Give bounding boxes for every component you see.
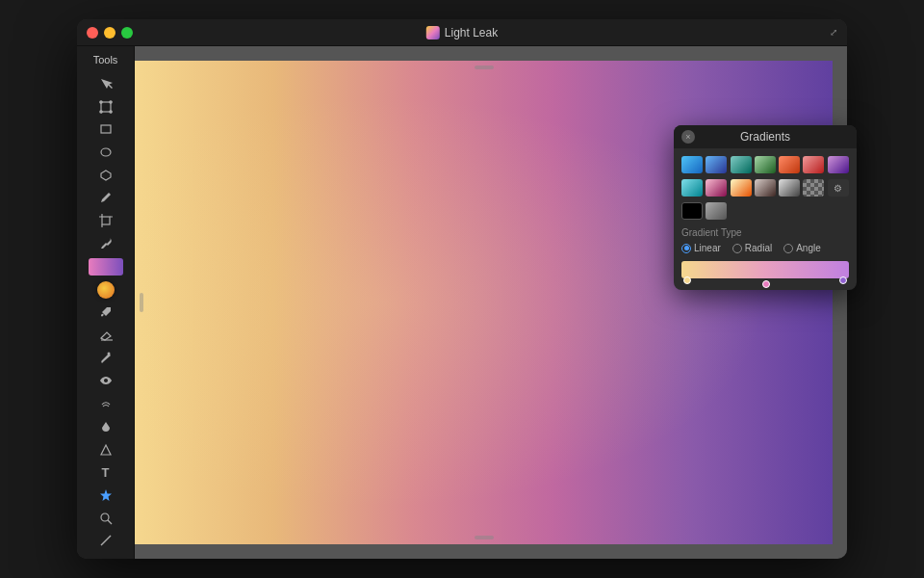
swatches-grid-row2: ⚙ [681, 179, 849, 197]
panel-body: ⚙ Gradient Type Linear Radial Angle [674, 148, 857, 290]
tool-zoom[interactable] [89, 508, 123, 529]
radio-linear-label: Linear [694, 243, 721, 253]
svg-point-6 [101, 148, 111, 156]
swatch-6[interactable] [803, 156, 824, 173]
stop-right[interactable] [839, 276, 847, 284]
swatches-row3 [681, 202, 849, 220]
tool-brush[interactable] [89, 348, 123, 369]
svg-marker-16 [100, 489, 112, 501]
svg-point-17 [101, 513, 109, 521]
tool-polygon[interactable] [89, 165, 123, 186]
svg-point-1 [99, 100, 101, 102]
svg-marker-15 [101, 445, 111, 455]
tool-line[interactable] [89, 530, 123, 551]
tool-star[interactable] [89, 485, 123, 506]
svg-point-4 [109, 110, 111, 112]
gradient-type-row: Linear Radial Angle [681, 243, 849, 253]
radio-angle-label: Angle [796, 243, 821, 253]
window-controls [87, 27, 133, 39]
radio-radial[interactable]: Radial [732, 243, 772, 253]
tool-smudge[interactable] [89, 393, 123, 414]
swatch-settings[interactable]: ⚙ [828, 179, 849, 197]
resize-handle-bottom[interactable] [475, 536, 494, 539]
panel-title: Gradients [740, 130, 790, 144]
tool-ellipse[interactable] [89, 142, 123, 163]
tool-text[interactable]: T [89, 461, 123, 483]
swatch-checker2[interactable] [730, 202, 751, 220]
gradient-bar-stops [681, 276, 849, 284]
stop-mid[interactable] [762, 280, 770, 288]
swatch-9[interactable] [706, 179, 727, 197]
svg-point-14 [107, 352, 110, 355]
tool-transform[interactable] [89, 96, 123, 118]
swatch-checker[interactable] [803, 179, 824, 197]
swatch-11[interactable] [755, 179, 776, 197]
radio-linear-circle[interactable] [681, 244, 691, 253]
tool-crop[interactable] [89, 210, 123, 231]
svg-marker-7 [101, 171, 111, 180]
content-area: Tools [77, 46, 847, 559]
swatch-1[interactable] [681, 156, 703, 173]
tool-select[interactable] [89, 73, 123, 94]
tool-pen[interactable] [89, 187, 123, 208]
panel-close-button[interactable]: × [681, 130, 695, 144]
tool-paint[interactable] [89, 302, 123, 324]
radio-linear[interactable]: Linear [681, 243, 721, 253]
title-bar: Light Leak ⤢ [77, 19, 847, 46]
svg-rect-8 [102, 217, 110, 224]
resize-handle-left[interactable] [140, 293, 143, 312]
gradients-panel: × Gradients ⚙ [674, 125, 857, 290]
gradient-bar-container[interactable] [681, 261, 849, 278]
canvas-area [135, 46, 847, 559]
svg-point-2 [109, 100, 111, 102]
panel-title-bar: × Gradients [674, 125, 857, 148]
toolbar: Tools [77, 46, 135, 559]
expand-icon[interactable]: ⤢ [830, 27, 837, 38]
minimize-button[interactable] [104, 27, 116, 39]
svg-rect-0 [101, 102, 111, 112]
swatch-5[interactable] [779, 156, 800, 173]
gradient-type-label: Gradient Type [681, 227, 849, 238]
swatch-4[interactable] [755, 156, 776, 173]
tool-color[interactable] [89, 279, 123, 301]
svg-rect-5 [101, 125, 111, 133]
stop-left[interactable] [683, 276, 691, 284]
swatch-3[interactable] [731, 156, 752, 173]
resize-handle-top[interactable] [475, 66, 494, 69]
swatches-grid-row1 [681, 156, 849, 173]
radio-radial-label: Radial [745, 243, 772, 253]
tool-triangle[interactable] [89, 439, 123, 460]
tool-rectangle[interactable] [89, 118, 123, 140]
swatch-12[interactable] [779, 179, 800, 197]
swatch-10[interactable] [731, 179, 752, 197]
tool-dropper[interactable] [89, 416, 123, 437]
radio-angle-circle[interactable] [783, 244, 793, 253]
swatch-gray[interactable] [706, 202, 727, 220]
svg-line-19 [101, 536, 111, 545]
swatch-2[interactable] [706, 156, 727, 173]
toolbar-label: Tools [93, 54, 118, 66]
app-icon [426, 26, 440, 39]
radio-radial-circle[interactable] [732, 244, 742, 253]
tool-visibility[interactable] [89, 371, 123, 392]
swatch-black[interactable] [681, 202, 703, 220]
maximize-button[interactable] [121, 27, 133, 39]
radio-angle[interactable]: Angle [783, 243, 821, 253]
tool-eyedropper[interactable] [89, 233, 123, 254]
tool-eraser[interactable] [89, 325, 123, 346]
gradient-swatch[interactable] [89, 258, 123, 276]
window-title: Light Leak [445, 26, 498, 39]
close-button[interactable] [87, 27, 98, 39]
svg-line-18 [108, 520, 112, 524]
swatch-7[interactable] [828, 156, 849, 173]
svg-point-3 [99, 110, 101, 112]
window-title-area: Light Leak [426, 26, 498, 39]
swatch-8[interactable] [681, 179, 703, 197]
